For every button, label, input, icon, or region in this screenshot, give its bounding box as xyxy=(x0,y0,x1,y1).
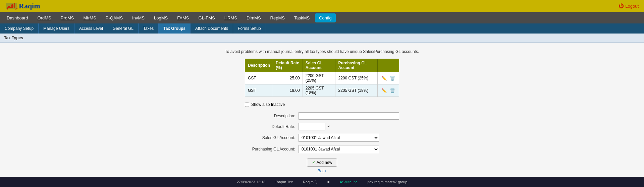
row2-edit-button[interactable]: ✏️ xyxy=(380,88,388,94)
default-rate-row: Default Rate: % xyxy=(245,123,399,130)
nav-glfms[interactable]: GL-FMS xyxy=(195,13,219,22)
checkbox-row: Show also Inactive xyxy=(245,102,399,107)
row2-sales-gl: 2205 GST (18%) xyxy=(303,84,335,97)
default-rate-label: Default Rate: xyxy=(245,124,299,129)
show-inactive-label: Show also Inactive xyxy=(251,102,285,107)
row1-edit-button[interactable]: ✏️ xyxy=(380,75,388,81)
tab-attach-documents[interactable]: Attach Documents xyxy=(191,23,233,34)
tab-forms-setup[interactable]: Forms Setup xyxy=(233,23,266,34)
table-row: GST 25.00 2200 GST (25%) 2200 GST (25%) … xyxy=(245,72,399,84)
page-title: Tax Types xyxy=(4,36,23,40)
nav-proms[interactable]: ProMS xyxy=(57,13,78,22)
nav-ordms[interactable]: OrdMS xyxy=(34,13,55,22)
tab-taxes[interactable]: Taxes xyxy=(139,23,159,34)
tab-tax-groups[interactable]: Tax Groups xyxy=(159,23,191,34)
tab-bar: Company Setup Manage Users Access Level … xyxy=(0,23,644,34)
logo-icon: راقم xyxy=(5,1,17,11)
nav-config[interactable]: Config xyxy=(315,13,336,22)
logo-text: Raqim xyxy=(19,2,40,10)
col-description: Description xyxy=(245,59,273,72)
default-rate-input[interactable] xyxy=(299,123,325,130)
col-actions xyxy=(377,59,399,72)
sales-gl-label: Sales GL Account: xyxy=(245,135,299,140)
logout-button[interactable]: ⏻ Logout xyxy=(619,3,639,9)
nav-taskms[interactable]: TaskMS xyxy=(290,13,314,22)
top-bar: راقم Raqim ⏻ Logout xyxy=(0,0,644,12)
tab-general-gl[interactable]: General GL xyxy=(108,23,139,34)
tab-company-setup[interactable]: Company Setup xyxy=(0,23,39,34)
add-new-button[interactable]: ✓ Add new xyxy=(307,159,337,167)
row1-delete-button[interactable]: 🗑️ xyxy=(389,75,396,81)
row2-default-rate: 18.00 xyxy=(273,84,303,97)
sales-gl-select[interactable]: 0101001 Jawad Afzal xyxy=(299,134,379,142)
nav-dashboard[interactable]: Dashboard xyxy=(3,13,32,22)
logout-label: Logout xyxy=(625,4,639,9)
pencil-icon: ✏️ xyxy=(381,88,387,93)
page-title-bar: Tax Types xyxy=(0,34,644,43)
row1-sales-gl: 2200 GST (25%) xyxy=(303,72,335,84)
main-content: To avoid problems with manual journal en… xyxy=(0,43,644,180)
col-purchasing-gl: Purchasing GL Account xyxy=(335,59,377,72)
form-container: Description: Default Rate: % Sales GL Ac… xyxy=(245,112,399,153)
sales-gl-row: Sales GL Account: 0101001 Jawad Afzal xyxy=(245,134,399,142)
percent-symbol: % xyxy=(327,124,330,129)
nav-hrms[interactable]: HRMS xyxy=(220,13,241,22)
trash-icon: 🗑️ xyxy=(390,76,395,81)
description-row: Description: xyxy=(245,112,399,120)
nav-repms[interactable]: RepMS xyxy=(266,13,289,22)
nav-dimms[interactable]: DimMS xyxy=(243,13,265,22)
nav-logms[interactable]: LogMS xyxy=(150,13,172,22)
purchasing-gl-row: Purchasing GL Account: 0101001 Jawad Afz… xyxy=(245,145,399,153)
tab-access-level[interactable]: Access Level xyxy=(74,23,108,34)
purchasing-gl-select[interactable]: 0101001 Jawad Afzal xyxy=(299,145,379,153)
row2-actions: ✏️ 🗑️ xyxy=(377,84,399,97)
nav-fams[interactable]: FAMS xyxy=(173,13,193,22)
table-row: GST 18.00 2205 GST (18%) 2205 GST (18%) … xyxy=(245,84,399,97)
row2-delete-button[interactable]: 🗑️ xyxy=(389,88,396,94)
buttons-row: ✓ Add new Back xyxy=(7,159,637,173)
row1-actions: ✏️ 🗑️ xyxy=(377,72,399,84)
description-input[interactable] xyxy=(299,112,399,120)
description-label: Description: xyxy=(245,114,299,118)
nav-invms[interactable]: InvMS xyxy=(128,13,149,22)
col-default-rate: Default Rate (%) xyxy=(273,59,303,72)
back-link[interactable]: Back xyxy=(7,169,637,173)
add-new-label: Add new xyxy=(317,160,332,165)
footer: 27/09/2023 12:18 Raqim Tex Raqim رأ ■ AS… xyxy=(0,177,644,180)
nav-bar: Dashboard OrdMS ProMS MfrMS P-QAMS InvMS… xyxy=(0,12,644,23)
pencil-icon: ✏️ xyxy=(381,76,387,81)
show-inactive-checkbox[interactable] xyxy=(245,103,249,107)
trash-icon: 🗑️ xyxy=(390,88,395,93)
tax-table: Description Default Rate (%) Sales GL Ac… xyxy=(245,59,399,97)
purchasing-gl-label: Purchasing GL Account: xyxy=(245,147,299,151)
row1-description: GST xyxy=(245,72,273,84)
row2-description: GST xyxy=(245,84,273,97)
info-text: To avoid problems with manual journal en… xyxy=(7,49,637,54)
row2-purchasing-gl: 2205 GST (18%) xyxy=(335,84,377,97)
tax-table-container: Description Default Rate (%) Sales GL Ac… xyxy=(245,59,399,97)
col-sales-gl: Sales GL Account xyxy=(303,59,335,72)
power-icon: ⏻ xyxy=(619,3,624,9)
logo: راقم Raqim xyxy=(5,1,40,11)
footer-arabic: Raqim رأ xyxy=(303,180,317,180)
tab-manage-users[interactable]: Manage Users xyxy=(39,23,74,34)
svg-text:راقم: راقم xyxy=(7,3,17,10)
nav-mfrms[interactable]: MfrMS xyxy=(79,13,100,22)
checkmark-icon: ✓ xyxy=(312,160,315,165)
nav-pqams[interactable]: P-QAMS xyxy=(102,13,127,22)
row1-purchasing-gl: 2200 GST (25%) xyxy=(335,72,377,84)
row1-default-rate: 25.00 xyxy=(273,72,303,84)
